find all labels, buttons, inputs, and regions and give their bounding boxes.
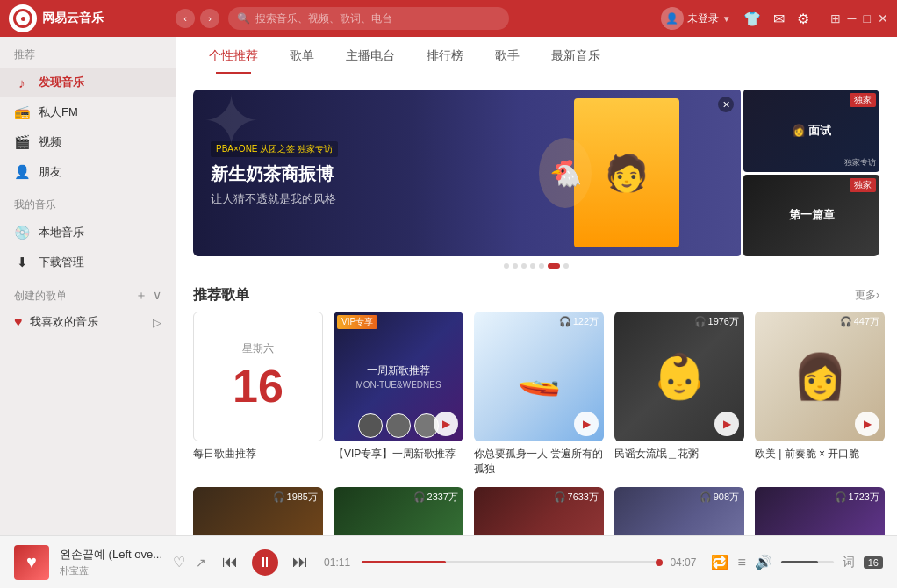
play-button-4[interactable]: ▶ — [714, 412, 739, 436]
app-title: 网易云音乐 — [42, 11, 104, 26]
daily-card-image: 星期六 16 — [193, 312, 323, 441]
exclusive-badge-top: 独家 — [850, 93, 876, 107]
tab-personal-recommend[interactable]: 个性推荐 — [193, 39, 274, 73]
discover-label: 发现音乐 — [39, 75, 84, 90]
tab-radio[interactable]: 主播电台 — [330, 39, 411, 73]
queue-icon[interactable]: ≡ — [737, 555, 745, 570]
side-top-person: 👩 面试 — [786, 118, 837, 144]
close-icon[interactable]: ✕ — [878, 11, 888, 25]
search-bar[interactable]: 🔍 搜索音乐、视频、歌词、电台 — [228, 7, 509, 30]
lyrics-icon[interactable]: 词 — [843, 555, 855, 570]
card-3-title: 你总要孤身一人 尝遍所有的孤独 — [474, 447, 604, 477]
tshirt-icon[interactable]: 👕 — [743, 11, 761, 27]
title-actions: 👤 未登录 ▼ 👕 ✉ ⚙ ⊞ ─ □ ✕ — [661, 7, 888, 30]
playlist-grid-row2: 🎧 1985万 🎧 2337万 — [176, 487, 897, 535]
tab-artists[interactable]: 歌手 — [479, 39, 535, 73]
volume-bar[interactable] — [781, 561, 834, 563]
daily-card-title: 每日歌曲推荐 — [193, 447, 323, 462]
dot-6[interactable] — [548, 263, 560, 269]
pause-button[interactable]: ⏸ — [252, 549, 278, 576]
banner-side-bottom[interactable]: 第一篇章 独家 — [743, 175, 879, 257]
dot-2[interactable] — [513, 263, 518, 269]
banner-side-top[interactable]: 👩 面试 独家 独家专访 — [743, 90, 879, 172]
nav-back-button[interactable]: ‹ — [176, 9, 195, 28]
tab-charts[interactable]: 排行榜 — [411, 39, 479, 73]
playlist-card-vip[interactable]: VIP专享 一周新歌推荐MON-TUE&WEDNES ▶ 【VIP专享】一周新歌… — [334, 312, 463, 477]
mail-icon[interactable]: ✉ — [773, 11, 785, 27]
prev-button[interactable]: ⏮ — [217, 549, 243, 576]
progress-fill — [362, 561, 446, 563]
vip-card-text: 一周新歌推荐MON-TUE&WEDNES — [348, 356, 448, 398]
user-label: 未登录 — [687, 11, 719, 26]
sidebar-item-local[interactable]: 💿 本地音乐 — [0, 218, 176, 247]
more-link[interactable]: 更多› — [855, 288, 879, 303]
playlist-card-6[interactable]: 🎧 1985万 — [193, 487, 323, 535]
dot-3[interactable] — [521, 263, 527, 269]
banner-close-button[interactable]: ✕ — [718, 97, 734, 112]
download-icon: ⬇ — [14, 255, 30, 270]
user-login-button[interactable]: 👤 未登录 ▼ — [661, 7, 731, 30]
player-like-icon[interactable]: ♡ — [173, 554, 185, 570]
sidebar-item-download[interactable]: ⬇ 下载管理 — [0, 247, 176, 277]
play-count-3: 🎧 122万 — [559, 315, 599, 328]
total-time: 04:07 — [670, 556, 700, 569]
player-share-icon[interactable]: ↗ — [196, 556, 206, 570]
created-title: 创建的歌单 — [14, 289, 135, 304]
progress-area: 01:11 04:07 — [324, 556, 700, 569]
playlist-card-4[interactable]: 🎧 1976万 👶 ▶ 民谣女流氓＿花粥 — [614, 312, 744, 477]
card-10-image: 🎧 1723万 — [755, 487, 885, 535]
download-label: 下载管理 — [39, 255, 84, 270]
card-5-image: 🎧 447万 👩 ▶ — [755, 312, 885, 441]
nav-forward-button[interactable]: › — [200, 9, 219, 28]
banner-side: 👩 面试 独家 独家专访 第一篇章 独家 — [743, 90, 879, 256]
dot-7[interactable] — [563, 263, 569, 269]
main-layout: 推荐 ♪ 发现音乐 📻 私人FM 🎬 视频 👤 朋友 我的音乐 💿 本地音乐 ⬇… — [0, 37, 897, 535]
logo-icon — [9, 4, 37, 32]
sidebar-item-friends[interactable]: 👤 朋友 — [0, 157, 176, 187]
settings-icon[interactable]: ⚙ — [797, 11, 809, 27]
tab-playlists[interactable]: 歌单 — [274, 39, 330, 73]
playlist-card-10[interactable]: 🎧 1723万 — [755, 487, 885, 535]
sidebar-item-discover[interactable]: ♪ 发现音乐 — [0, 68, 176, 97]
dot-5[interactable] — [539, 263, 544, 269]
player-album-art: ♥ — [14, 545, 49, 580]
chevron-down-icon[interactable]: ∨ — [153, 288, 161, 304]
playlist-card-3[interactable]: 🎧 122万 🚤 ▶ 你总要孤身一人 尝遍所有的孤独 — [474, 312, 604, 477]
maximize-icon[interactable]: □ — [864, 11, 871, 25]
add-playlist-icon[interactable]: ＋ — [135, 288, 147, 304]
progress-bar[interactable] — [362, 561, 663, 563]
loop-icon[interactable]: 🔁 — [711, 554, 728, 570]
playlist-card-9[interactable]: 🎧 908万 — [614, 487, 744, 535]
window-mode-icon[interactable]: ⊞ — [830, 11, 841, 25]
sidebar-item-fm[interactable]: 📻 私人FM — [0, 97, 176, 127]
vip-badge: VIP专享 — [337, 315, 377, 329]
section-title: 推荐歌单 — [193, 286, 855, 305]
card-5-art: 👩 — [793, 351, 847, 402]
sidebar-item-video[interactable]: 🎬 视频 — [0, 127, 176, 157]
tab-new-music[interactable]: 最新音乐 — [535, 39, 616, 73]
playlist-card-daily[interactable]: 星期六 16 每日歌曲推荐 — [193, 312, 323, 477]
favorite-playlist-item[interactable]: ♥ 我喜欢的音乐 ▷ — [0, 307, 176, 337]
volume-icon[interactable]: 🔊 — [755, 554, 772, 570]
play-count-8: 🎧 7633万 — [554, 491, 599, 504]
banner-subtitle: 让人猜不透就是我的风格 — [211, 191, 338, 207]
playlist-card-8[interactable]: 🎧 7633万 — [474, 487, 604, 535]
playlist-card-5[interactable]: 🎧 447万 👩 ▶ 欧美 | 前奏脆 × 开口脆 — [755, 312, 885, 477]
song-count-badge[interactable]: 16 — [864, 556, 883, 569]
banner-main[interactable]: ✦ PBA×ONE 从团之签 独家专访 新生奶茶商振博 让人猜不透就是我的风格 … — [193, 90, 741, 256]
dot-4[interactable] — [530, 263, 535, 269]
created-section: 创建的歌单 ＋ ∨ — [0, 277, 176, 307]
play-button-5[interactable]: ▶ — [855, 412, 879, 436]
next-button[interactable]: ⏭ — [287, 549, 313, 576]
play-button-3[interactable]: ▶ — [574, 412, 599, 436]
play-playlist-icon[interactable]: ▷ — [153, 316, 161, 329]
search-placeholder: 搜索音乐、视频、歌词、电台 — [255, 11, 392, 26]
day-number: 16 — [233, 360, 283, 412]
recommend-section-title: 推荐 — [0, 37, 176, 68]
playlist-card-7[interactable]: 🎧 2337万 — [334, 487, 463, 535]
local-label: 本地音乐 — [39, 225, 84, 240]
play-button-vip[interactable]: ▶ — [434, 412, 458, 436]
minimize-icon[interactable]: ─ — [848, 11, 857, 25]
card-8-image: 🎧 7633万 — [474, 487, 604, 535]
dot-1[interactable] — [504, 263, 509, 269]
